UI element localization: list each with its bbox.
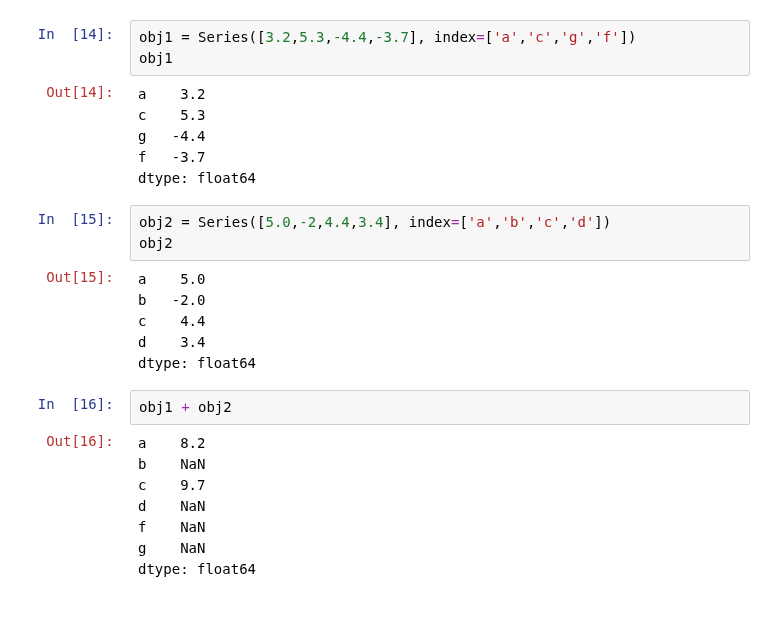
code-token: 'a'	[493, 29, 518, 45]
code-token: ]	[384, 214, 392, 230]
code-token: obj1	[139, 29, 173, 45]
code-input-15[interactable]: obj2 = Series([5.0,-2,4.4,3.4], index=['…	[130, 205, 750, 261]
code-token: )	[603, 214, 611, 230]
code-token: 'f'	[594, 29, 619, 45]
in-prompt-16: In [16]:	[10, 390, 130, 425]
code-token: ,	[316, 214, 324, 230]
code-token: obj1	[139, 50, 173, 66]
code-token: ,	[552, 29, 560, 45]
code-token: ,	[518, 29, 526, 45]
code-token: obj2	[139, 235, 173, 251]
code-token: =	[173, 214, 198, 230]
code-token: obj1	[139, 399, 173, 415]
code-token: -3.7	[375, 29, 409, 45]
code-input-14[interactable]: obj1 = Series([3.2,5.3,-4.4,-3.7], index…	[130, 20, 750, 76]
out-prompt-16: Out[16]:	[10, 427, 130, 594]
code-token: ,	[392, 214, 409, 230]
code-token: 3.2	[265, 29, 290, 45]
code-token: 'c'	[527, 29, 552, 45]
code-token: obj2	[198, 399, 232, 415]
code-input-16[interactable]: obj1 + obj2	[130, 390, 750, 425]
code-token: ]	[594, 214, 602, 230]
input-cell-14: In [14]: obj1 = Series([3.2,5.3,-4.4,-3.…	[10, 20, 750, 76]
out-prompt-14: Out[14]:	[10, 78, 130, 203]
input-cell-16: In [16]: obj1 + obj2	[10, 390, 750, 425]
code-token: ,	[350, 214, 358, 230]
in-prompt-15: In [15]:	[10, 205, 130, 261]
output-cell-16: Out[16]: a 8.2 b NaN c 9.7 d NaN f NaN g…	[10, 427, 750, 594]
code-token: 5.3	[299, 29, 324, 45]
output-cell-14: Out[14]: a 3.2 c 5.3 g -4.4 f -3.7 dtype…	[10, 78, 750, 203]
code-token: =	[476, 29, 484, 45]
code-token: 'g'	[561, 29, 586, 45]
code-token: Series	[198, 29, 249, 45]
code-token: obj2	[139, 214, 173, 230]
code-token: index	[434, 29, 476, 45]
code-token: 'a'	[468, 214, 493, 230]
code-token: 4.4	[325, 214, 350, 230]
input-cell-15: In [15]: obj2 = Series([5.0,-2,4.4,3.4],…	[10, 205, 750, 261]
code-token: Series	[198, 214, 249, 230]
code-token: ,	[325, 29, 333, 45]
code-token: index	[409, 214, 451, 230]
code-token: ,	[561, 214, 569, 230]
code-token: ,	[367, 29, 375, 45]
code-token: 3.4	[358, 214, 383, 230]
code-token: -2	[299, 214, 316, 230]
output-text-16: a 8.2 b NaN c 9.7 d NaN f NaN g NaN dtyp…	[130, 427, 750, 594]
code-token: ,	[493, 214, 501, 230]
code-token: )	[628, 29, 636, 45]
in-prompt-14: In [14]:	[10, 20, 130, 76]
code-token: [	[459, 214, 467, 230]
code-token: 'c'	[535, 214, 560, 230]
code-token: ]	[620, 29, 628, 45]
code-token: ,	[291, 29, 299, 45]
code-token: -4.4	[333, 29, 367, 45]
output-cell-15: Out[15]: a 5.0 b -2.0 c 4.4 d 3.4 dtype:…	[10, 263, 750, 388]
code-token: 5.0	[265, 214, 290, 230]
code-token: (	[249, 214, 257, 230]
code-token: +	[173, 399, 198, 415]
code-token: ,	[291, 214, 299, 230]
output-text-14: a 3.2 c 5.3 g -4.4 f -3.7 dtype: float64	[130, 78, 750, 203]
output-text-15: a 5.0 b -2.0 c 4.4 d 3.4 dtype: float64	[130, 263, 750, 388]
code-token: ]	[409, 29, 417, 45]
code-token: 'b'	[502, 214, 527, 230]
code-token: =	[173, 29, 198, 45]
code-token: [	[485, 29, 493, 45]
code-token: ,	[417, 29, 434, 45]
out-prompt-15: Out[15]:	[10, 263, 130, 388]
code-token: (	[249, 29, 257, 45]
code-token: 'd'	[569, 214, 594, 230]
